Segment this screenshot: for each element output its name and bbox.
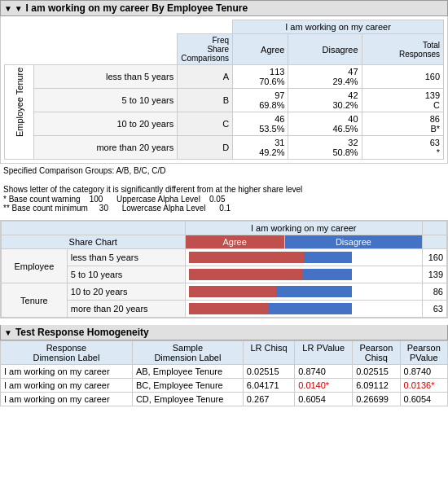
test-response: I am working on my career [1,365,133,379]
test-col-pearson-pvalue: PearsonPValue [400,341,447,365]
chart-row-label: more than 20 years [67,301,185,318]
base-count-min-val: 30 [99,204,108,213]
test-lr-pvalue: 0.0140* [295,379,353,393]
disagree-cell: 4230.2% [288,89,362,112]
test-col-lr-chisq: LR Chisq [243,341,294,365]
row-label: 10 to 20 years [33,112,177,136]
header-row-2: FreqShareComparisons Agree Disagree Tota… [5,34,444,65]
row-label: less than 5 years [33,65,177,89]
chart-table: I am working on my career Share Chart Ag… [1,221,447,318]
chart-bar-cell [185,249,423,266]
table-row: 10 to 20 yearsC4653.5%4046.5%86B* [5,112,444,136]
table-row: Employee Tenureless than 5 yearsA11370.6… [5,65,444,89]
test-pearson-pvalue: 0.8740 [400,365,447,379]
chart-header-row-2: Share Chart Agree Disagree [2,235,447,249]
uppercase-label: Uppercase Alpha Level [116,195,200,204]
agree-bar [189,252,304,263]
chart-section: I am working on my career Share Chart Ag… [0,220,448,318]
crosstab-wrapper: I am working on my career FreqShareCompa… [0,16,448,164]
test-response: I am working on my career [1,379,133,393]
chart-count: 86 [423,283,447,301]
agree-bar [189,286,276,297]
row-label: more than 20 years [33,136,177,160]
agree-col-header: Agree [233,34,288,65]
test-col-response: ResponseDimension Label [1,341,133,365]
chart-agree-header: Agree [185,235,284,249]
disagree-bar [269,303,352,314]
chart-header-row-1: I am working on my career [2,222,447,235]
notes-section: Specified Comparison Groups: A/B, B/C, C… [0,164,448,215]
test-col-pearson-chisq: PearsonChisq [353,341,400,365]
base-count-min-label: ** Base count minimum [3,204,88,213]
test-pearson-chisq: 6.09112 [353,379,400,393]
disagree-cell: 3250.8% [288,136,362,160]
test-col-sample: SampleDimension Label [132,341,243,365]
chart-bar-cell [185,266,423,283]
disagree-bar [276,286,352,297]
test-row: I am working on my careerCD, Employee Te… [1,393,448,406]
total-cell: 63* [362,136,443,160]
total-col-header: TotalResponses [362,34,443,65]
chart-row-label: 5 to 10 years [67,266,185,283]
table-row: 5 to 10 yearsB9769.8%4230.2%139C [5,89,444,112]
comparison-groups-note: Specified Comparison Groups: A/B, B/C, C… [3,166,445,175]
agree-cell: 4653.5% [233,112,288,136]
chart-row: Employeeless than 5 years160 [2,249,447,266]
test-sample: AB, Employee Tenure [132,365,243,379]
total-cell: 139C [362,89,443,112]
disagree-bar [304,252,352,263]
test-sample: CD, Employee Tenure [132,393,243,406]
disagree-cell: 4729.4% [288,65,362,89]
column-header: I am working on my career [233,20,444,34]
test-response: I am working on my career [1,393,133,406]
chart-row: more than 20 years63 [2,301,447,318]
chart-bar-cell [185,283,423,301]
test-sample: BC, Employee Tenure [132,379,243,393]
test-lr-pvalue: 0.8740 [295,365,353,379]
crosstab-table: I am working on my career FreqShareCompa… [4,20,444,160]
disagree-col-header: Disagree [288,34,362,65]
total-cell: 160 [362,65,443,89]
test-lr-pvalue: 0.6054 [295,393,353,406]
test-lr-chisq: 6.04171 [243,379,294,393]
collapse-icon[interactable]: ▼ ▼ [4,4,23,13]
uppercase-val: 0.05 [209,195,225,204]
test-lr-chisq: 0.267 [243,393,294,406]
agree-bar [189,269,303,280]
test-pearson-chisq: 0.02515 [353,365,400,379]
chart-count: 160 [423,249,447,266]
disagree-bar [303,269,352,280]
test-header-row: ResponseDimension Label SampleDimension … [1,341,448,365]
test-pearson-pvalue: 0.6054 [400,393,447,406]
table-row: more than 20 yearsD3149.2%3250.8%63* [5,136,444,160]
disagree-cell: 4046.5% [288,112,362,136]
row-label: 5 to 10 years [33,89,177,112]
chart-dimension-label-1: Employee [2,249,68,283]
chart-count: 63 [423,301,447,318]
base-count-warning-val: 100 [90,195,103,204]
test-title: Test Response Homogeneity [15,327,149,338]
test-section-header: ▼ Test Response Homogeneity [0,325,448,340]
share-chart-label: Share Chart [2,235,186,249]
chart-bar-cell [185,301,423,318]
chart-dimension-label-2: Tenure [2,283,68,318]
chart-disagree-header: Disagree [284,235,422,249]
test-collapse-icon[interactable]: ▼ [4,328,12,337]
agree-cell: 3149.2% [233,136,288,160]
chart-row: 5 to 10 years139 [2,266,447,283]
total-cell: 86B* [362,112,443,136]
lowercase-label: Lowercase Alpha Level [122,204,206,213]
row-dimension-label: Employee Tenure [5,65,34,160]
chart-column-header: I am working on my career [185,222,423,235]
chart-count: 139 [423,266,447,283]
test-pearson-chisq: 0.26699 [353,393,400,406]
test-row: I am working on my careerBC, Employee Te… [1,379,448,393]
main-section-header: ▼ ▼ I am working on my career By Employe… [0,0,448,16]
chart-row: Tenure10 to 20 years86 [2,283,447,301]
test-table: ResponseDimension Label SampleDimension … [0,340,448,406]
lowercase-val: 0.1 [219,204,231,213]
base-count-warning-label: * Base count warning [3,195,81,204]
row-letter: A [178,65,233,89]
agree-cell: 11370.6% [233,65,288,89]
test-row: I am working on my careerAB, Employee Te… [1,365,448,379]
